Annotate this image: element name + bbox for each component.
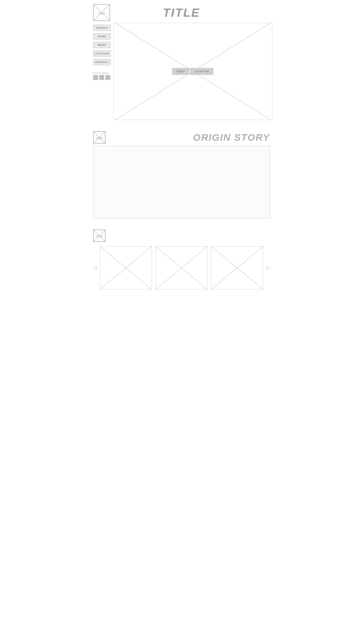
svg-text:LOGO: LOGO xyxy=(96,235,103,238)
hero-buttons: MENU LOCATION xyxy=(172,68,213,75)
nav-home[interactable]: HOME xyxy=(93,33,111,40)
sidebar: SEARCH HOME MENU LOCATION CONTACT SOCIAL… xyxy=(91,23,114,120)
gallery-logo: LOGO xyxy=(93,230,106,242)
social-icons xyxy=(93,75,111,80)
gallery-item-2 xyxy=(156,246,207,289)
carousel-arrow-left[interactable]: ◁ xyxy=(92,265,98,270)
nav-search[interactable]: SEARCH xyxy=(93,24,111,31)
nav-location[interactable]: LOCATION xyxy=(93,50,111,57)
header-logo: LOGO xyxy=(93,4,110,21)
social-label: SOCIAL MEDIA xyxy=(93,72,111,74)
gallery-item-1 xyxy=(100,246,152,289)
carousel-arrow-right[interactable]: ▷ xyxy=(265,265,271,270)
social-icon-2[interactable] xyxy=(99,75,104,80)
origin-logo: LOGO xyxy=(93,131,106,144)
hero-content: SEARCH HOME MENU LOCATION CONTACT SOCIAL… xyxy=(91,23,272,120)
nav-contact[interactable]: CONTACT xyxy=(93,59,111,65)
origin-content-box xyxy=(93,146,270,218)
hero-menu-btn[interactable]: MENU xyxy=(172,68,189,75)
nav-menu[interactable]: MENU xyxy=(93,42,111,48)
svg-text:LOGO: LOGO xyxy=(98,12,105,15)
origin-header: LOGO ORIGIN STORY xyxy=(91,131,272,146)
gallery-section: LOGO ◁ xyxy=(91,223,272,294)
svg-text:LOGO: LOGO xyxy=(96,137,103,139)
gallery-item-3 xyxy=(211,246,263,289)
site-title: TITLE xyxy=(110,6,272,20)
social-icon-1[interactable] xyxy=(93,75,98,80)
hero-image: MENU LOCATION xyxy=(114,23,272,120)
header-row: LOGO TITLE xyxy=(91,2,272,23)
gallery-carousel: ◁ ▷ xyxy=(91,246,272,289)
gallery-items xyxy=(98,246,265,289)
social-icon-3[interactable] xyxy=(105,75,110,80)
hero-location-btn[interactable]: LOCATION xyxy=(190,68,213,75)
origin-title: ORIGIN STORY xyxy=(106,132,272,143)
gallery-header: LOGO xyxy=(91,230,272,246)
hero-section: LOGO TITLE SEARCH HOME MENU LOCATION CON… xyxy=(91,0,272,124)
origin-section: LOGO ORIGIN STORY xyxy=(91,124,272,223)
social-section: SOCIAL MEDIA xyxy=(93,72,111,80)
